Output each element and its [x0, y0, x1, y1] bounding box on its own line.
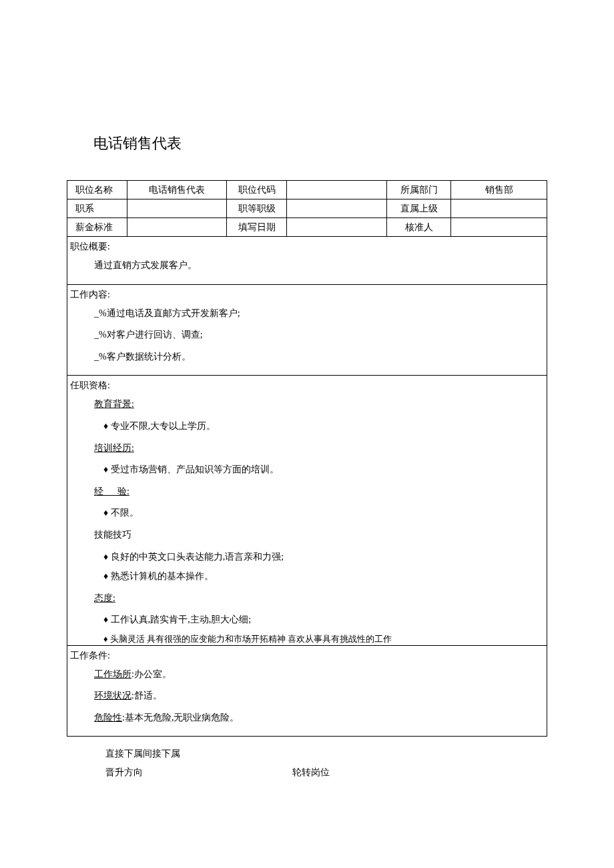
attitude-item: ♦ 工作认真,踏实肯干,主动,胆大心细; [67, 611, 547, 629]
val-salary [127, 218, 227, 237]
content-item: _%通过电话及直邮方式开发新客户; [67, 305, 547, 323]
lbl-position-code: 职位代码 [227, 181, 287, 199]
header-row: 职位名称 电话销售代表 职位代码 所属部门 销售部 [67, 181, 547, 199]
val-supervisor [451, 199, 547, 218]
skill-item: ♦ 良好的中英文口头表达能力,语言亲和力强; [67, 548, 547, 566]
val-position-code [287, 181, 387, 199]
edu-heading: 教育背景: [67, 396, 547, 414]
train-heading: 培训经历: [67, 440, 547, 458]
attitude-heading-text: 态度: [94, 593, 115, 603]
edu-heading-text: 教育背景: [94, 399, 134, 409]
val-approver [451, 218, 547, 237]
content-item: _%对客户进行回访、调查; [67, 326, 547, 344]
lbl-position-name: 职位名称 [67, 181, 127, 199]
header-row: 薪金标准 填写日期 核准人 [67, 218, 547, 237]
content-item: _%客户数据统计分析。 [67, 348, 547, 366]
lbl-salary: 薪金标准 [67, 218, 127, 237]
lbl-job-series: 职系 [67, 199, 127, 218]
lbl-grade: 职等职级 [227, 199, 287, 218]
overview-box: 职位概要: 通过直销方式发展客户。 [67, 237, 547, 285]
conditions-label: 工作条件: [67, 650, 547, 662]
footer-line2: 晋升方向 轮转岗位 [105, 763, 547, 782]
lbl-approver: 核准人 [386, 218, 450, 237]
lbl-department: 所属部门 [386, 181, 450, 199]
val-position-name: 电话销售代表 [127, 181, 227, 199]
val-grade [287, 199, 387, 218]
footer-promotion: 晋升方向 [105, 767, 143, 777]
train-item: ♦ 受过市场营销、产品知识等方面的培训。 [67, 461, 547, 479]
content-box: 工作内容: _%通过电话及直邮方式开发新客户; _%对客户进行回访、调查; _%… [67, 285, 547, 376]
exp-heading-text: 经 验: [94, 486, 129, 496]
page-title: 电话销售代表 [93, 133, 547, 153]
cond-place: 工作场所:办公室。 [67, 666, 547, 684]
footer-rotation: 轮转岗位 [292, 763, 330, 782]
lbl-fill-date: 填写日期 [227, 218, 287, 237]
overview-text: 通过直销方式发展客户。 [67, 257, 547, 275]
val-department: 销售部 [451, 181, 547, 199]
conditions-box: 工作条件: 工作场所:办公室。 环境状况:舒适。 危险性:基本无危险,无职业病危… [67, 646, 547, 737]
exp-heading: 经 验: [67, 483, 547, 501]
footer-line1: 直接下属间接下属 [105, 745, 547, 763]
header-row: 职系 职等职级 直属上级 [67, 199, 547, 218]
cond-env: 环境状况:舒适。 [67, 687, 547, 705]
val-fill-date [287, 218, 387, 237]
skill-heading-text: 技能技巧 [94, 530, 131, 540]
train-heading-text: 培训经历: [94, 443, 134, 453]
val-job-series [127, 199, 227, 218]
edu-item: ♦ 专业不限,大专以上学历。 [67, 418, 547, 436]
skill-heading: 技能技巧 [67, 526, 547, 544]
content-label: 工作内容: [67, 289, 547, 301]
attitude-heading: 态度: [67, 590, 547, 608]
cond-risk: 危险性:基本无危险,无职业病危险。 [67, 709, 547, 727]
qualification-box: 任职资格: 教育背景: ♦ 专业不限,大专以上学历。 培训经历: ♦ 受过市场营… [67, 376, 547, 645]
lbl-supervisor: 直属上级 [386, 199, 450, 218]
exp-item: ♦ 不限。 [67, 504, 547, 522]
skill-item: ♦ 熟悉计算机的基本操作。 [67, 568, 547, 586]
header-table: 职位名称 电话销售代表 职位代码 所属部门 销售部 职系 职等职级 直属上级 薪… [67, 180, 547, 237]
qualification-label: 任职资格: [67, 380, 547, 392]
overview-label: 职位概要: [67, 241, 547, 253]
footer-block: 直接下属间接下属 晋升方向 轮转岗位 [67, 745, 547, 782]
